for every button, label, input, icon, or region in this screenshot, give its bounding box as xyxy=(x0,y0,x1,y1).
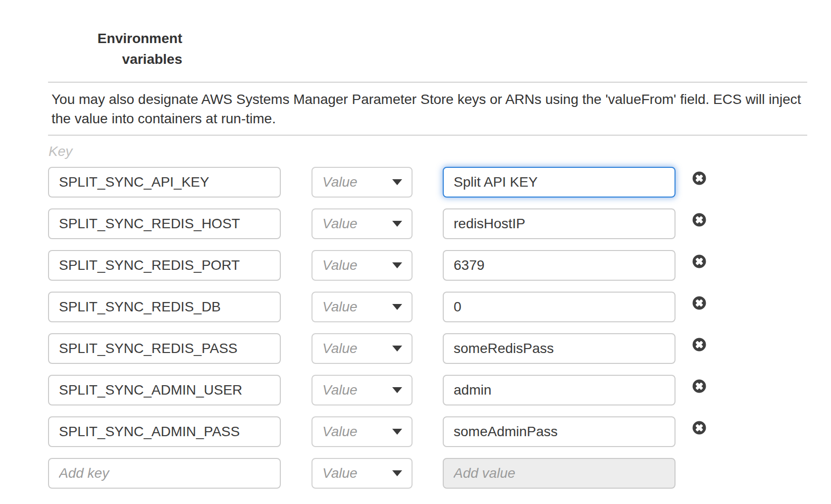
delete-icon xyxy=(692,254,706,268)
delete-icon xyxy=(692,171,706,185)
delete-row-button[interactable] xyxy=(692,338,706,352)
value-type-label: Value xyxy=(322,459,358,488)
value-input[interactable] xyxy=(443,250,675,281)
column-header-key: Key xyxy=(49,142,72,161)
value-type-dropdown[interactable]: Value xyxy=(312,375,413,405)
key-input[interactable] xyxy=(48,375,281,405)
env-var-row: Value xyxy=(0,250,831,281)
key-input[interactable] xyxy=(48,333,281,364)
env-var-row: Value xyxy=(0,416,831,447)
divider-top xyxy=(48,82,807,83)
value-input[interactable] xyxy=(443,208,675,239)
chevron-down-icon xyxy=(392,304,402,310)
field-label-environment-variables: Environment variables xyxy=(83,28,182,70)
value-type-dropdown[interactable]: Value xyxy=(312,208,413,239)
env-var-row: Value xyxy=(0,167,831,198)
value-type-dropdown[interactable]: Value xyxy=(312,250,413,281)
delete-row-button[interactable] xyxy=(692,254,706,268)
value-type-label: Value xyxy=(322,168,358,197)
value-type-dropdown[interactable]: Value xyxy=(312,292,413,322)
value-type-dropdown[interactable]: Value xyxy=(312,167,413,198)
delete-row-button[interactable] xyxy=(692,171,706,185)
add-env-var-row: Value xyxy=(0,458,831,489)
value-type-label: Value xyxy=(322,376,358,404)
env-var-row: Value xyxy=(0,208,831,239)
delete-icon xyxy=(692,421,706,435)
delete-icon xyxy=(692,379,706,393)
env-var-row: Value xyxy=(0,333,831,364)
chevron-down-icon xyxy=(392,346,402,352)
key-input[interactable] xyxy=(48,250,281,281)
value-type-label: Value xyxy=(322,251,358,280)
description-text: You may also designate AWS Systems Manag… xyxy=(52,90,808,128)
value-input[interactable] xyxy=(443,333,675,364)
key-input[interactable] xyxy=(48,167,281,198)
add-value-input xyxy=(443,458,675,489)
delete-row-button[interactable] xyxy=(692,379,706,393)
env-var-row: Value xyxy=(0,375,831,405)
divider-bottom xyxy=(48,135,807,136)
value-input[interactable] xyxy=(443,167,675,198)
add-key-input[interactable] xyxy=(48,458,281,489)
key-input[interactable] xyxy=(48,208,281,239)
delete-icon xyxy=(692,213,706,227)
value-type-label: Value xyxy=(322,334,358,363)
chevron-down-icon xyxy=(392,470,402,476)
delete-row-button[interactable] xyxy=(692,296,706,310)
value-input[interactable] xyxy=(443,416,675,447)
delete-row-button[interactable] xyxy=(692,421,706,435)
value-type-dropdown[interactable]: Value xyxy=(312,333,413,364)
chevron-down-icon xyxy=(392,221,402,227)
env-var-row: Value xyxy=(0,292,831,322)
value-input[interactable] xyxy=(443,375,675,405)
chevron-down-icon xyxy=(392,387,402,393)
value-type-label: Value xyxy=(322,417,358,446)
value-type-dropdown[interactable]: Value xyxy=(312,416,413,447)
delete-icon xyxy=(692,296,706,310)
chevron-down-icon xyxy=(392,262,402,268)
value-type-dropdown[interactable]: Value xyxy=(312,458,413,489)
value-type-label: Value xyxy=(322,293,358,321)
chevron-down-icon xyxy=(392,429,402,435)
delete-row-button[interactable] xyxy=(692,213,706,227)
key-input[interactable] xyxy=(48,292,281,322)
key-input[interactable] xyxy=(48,416,281,447)
delete-icon xyxy=(692,338,706,352)
value-type-label: Value xyxy=(322,209,358,238)
value-input[interactable] xyxy=(443,292,675,322)
chevron-down-icon xyxy=(392,179,402,185)
